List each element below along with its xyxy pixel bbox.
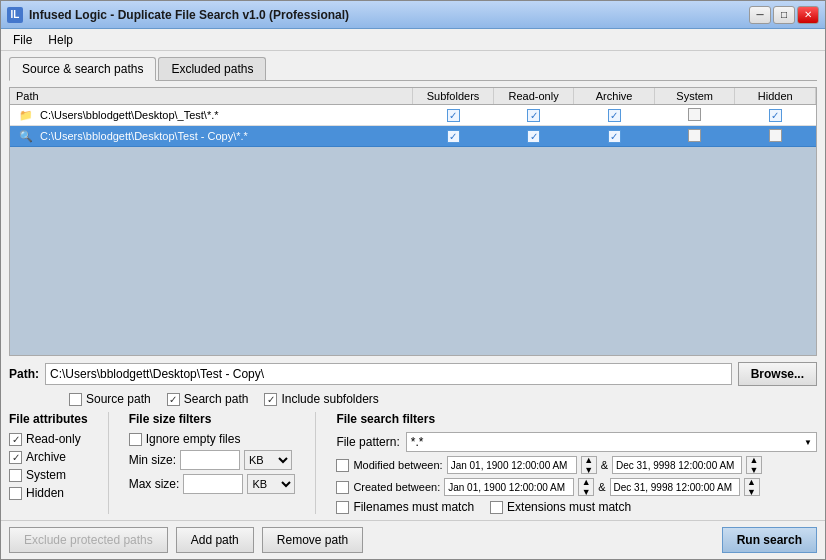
run-search-button[interactable]: Run search xyxy=(722,527,817,553)
bottom-right-buttons: Run search xyxy=(722,527,817,553)
path-options-row: Source path Search path Include subfolde… xyxy=(9,392,817,406)
search-folder-icon: 🔍 xyxy=(16,128,36,144)
file-size-title: File size filters xyxy=(129,412,296,426)
ignore-empty-checkbox[interactable] xyxy=(129,433,142,446)
system-cell xyxy=(654,126,735,147)
readonly-check-1[interactable] xyxy=(527,130,540,143)
readonly-attr-option[interactable]: Read-only xyxy=(9,432,88,446)
main-content: Source & search paths Excluded paths Pat… xyxy=(1,51,825,520)
system-check-0[interactable] xyxy=(688,108,701,121)
created-from-spin[interactable]: ▲▼ xyxy=(578,478,594,496)
col-header-archive: Archive xyxy=(574,88,655,105)
minimize-button[interactable]: ─ xyxy=(749,6,771,24)
search-path-option[interactable]: Search path xyxy=(167,392,249,406)
subfolders-check-1[interactable] xyxy=(447,130,460,143)
exclude-protected-button[interactable]: Exclude protected paths xyxy=(9,527,168,553)
file-pattern-row: File pattern: *.* ▼ xyxy=(336,432,817,452)
col-header-system: System xyxy=(654,88,735,105)
menu-file[interactable]: File xyxy=(5,31,40,49)
hidden-check-1[interactable] xyxy=(769,129,782,142)
empty-area xyxy=(10,147,816,356)
created-to-input[interactable] xyxy=(610,478,740,496)
modified-to-spin[interactable]: ▲▼ xyxy=(746,456,762,474)
divider-1 xyxy=(108,412,109,514)
readonly-cell xyxy=(493,126,574,147)
path-cell: 📁 C:\Users\bblodgett\Desktop\_Test\*.* xyxy=(10,105,413,126)
include-subfolders-option[interactable]: Include subfolders xyxy=(264,392,378,406)
archive-check-0[interactable] xyxy=(608,109,621,122)
filters-row: File attributes Read-only Archive System… xyxy=(9,412,817,514)
include-subfolders-checkbox[interactable] xyxy=(264,393,277,406)
source-path-option[interactable]: Source path xyxy=(69,392,151,406)
created-between-row: Created between: ▲▼ & ▲▼ xyxy=(336,478,817,496)
tab-excluded-paths[interactable]: Excluded paths xyxy=(158,57,266,80)
browse-button[interactable]: Browse... xyxy=(738,362,817,386)
path-input[interactable] xyxy=(45,363,732,385)
file-pattern-dropdown[interactable]: *.* ▼ xyxy=(406,432,817,452)
window-title: Infused Logic - Duplicate File Search v1… xyxy=(29,8,749,22)
file-search-filters-group: File search filters File pattern: *.* ▼ … xyxy=(336,412,817,514)
file-attributes-title: File attributes xyxy=(9,412,88,426)
add-path-button[interactable]: Add path xyxy=(176,527,254,553)
modified-between-row: Modified between: ▲▼ & ▲▼ xyxy=(336,456,817,474)
maximize-button[interactable]: □ xyxy=(773,6,795,24)
readonly-attr-checkbox[interactable] xyxy=(9,433,22,446)
menu-help[interactable]: Help xyxy=(40,31,81,49)
readonly-check-0[interactable] xyxy=(527,109,540,122)
paths-table: Path Subfolders Read-only Archive System… xyxy=(10,88,816,147)
table-row[interactable]: 🔍 C:\Users\bblodgett\Desktop\Test - Copy… xyxy=(10,126,816,147)
filenames-match-option[interactable]: Filenames must match xyxy=(336,500,474,514)
file-size-filters-group: File size filters Ignore empty files Min… xyxy=(129,412,296,494)
modified-to-input[interactable] xyxy=(612,456,742,474)
search-path-checkbox[interactable] xyxy=(167,393,180,406)
divider-2 xyxy=(315,412,316,514)
source-path-checkbox[interactable] xyxy=(69,393,82,406)
remove-path-button[interactable]: Remove path xyxy=(262,527,363,553)
title-bar: IL Infused Logic - Duplicate File Search… xyxy=(1,1,825,29)
readonly-cell xyxy=(493,105,574,126)
modified-between-checkbox[interactable] xyxy=(336,459,349,472)
close-button[interactable]: ✕ xyxy=(797,6,819,24)
window-controls: ─ □ ✕ xyxy=(749,6,819,24)
filenames-match-checkbox[interactable] xyxy=(336,501,349,514)
extensions-match-option[interactable]: Extensions must match xyxy=(490,500,631,514)
subfolders-check-0[interactable] xyxy=(447,109,460,122)
hidden-attr-checkbox[interactable] xyxy=(9,487,22,500)
created-to-spin[interactable]: ▲▼ xyxy=(744,478,760,496)
subfolders-cell xyxy=(413,105,494,126)
system-attr-checkbox[interactable] xyxy=(9,469,22,482)
system-check-1[interactable] xyxy=(688,129,701,142)
tab-source-search-paths[interactable]: Source & search paths xyxy=(9,57,156,81)
modified-from-spin[interactable]: ▲▼ xyxy=(581,456,597,474)
archive-check-1[interactable] xyxy=(608,130,621,143)
tab-bar: Source & search paths Excluded paths xyxy=(9,57,817,81)
min-size-unit-select[interactable]: KBMBGB xyxy=(244,450,292,470)
col-header-path: Path xyxy=(10,88,413,105)
table-row[interactable]: 📁 C:\Users\bblodgett\Desktop\_Test\*.* xyxy=(10,105,816,126)
max-size-input[interactable] xyxy=(183,474,243,494)
hidden-check-0[interactable] xyxy=(769,109,782,122)
created-between-checkbox[interactable] xyxy=(336,481,349,494)
hidden-cell xyxy=(735,105,816,126)
paths-table-container: Path Subfolders Read-only Archive System… xyxy=(9,87,817,356)
archive-attr-checkbox[interactable] xyxy=(9,451,22,464)
hidden-attr-option[interactable]: Hidden xyxy=(9,486,88,500)
file-search-title: File search filters xyxy=(336,412,817,426)
max-size-unit-select[interactable]: KBMBGB xyxy=(247,474,295,494)
min-size-row: Min size: KBMBGB xyxy=(129,450,296,470)
match-options-row: Filenames must match Extensions must mat… xyxy=(336,500,817,514)
app-icon: IL xyxy=(7,7,23,23)
modified-from-input[interactable] xyxy=(447,456,577,474)
path-label: Path: xyxy=(9,367,39,381)
min-size-input[interactable] xyxy=(180,450,240,470)
bottom-bar: Exclude protected paths Add path Remove … xyxy=(1,520,825,559)
hidden-cell xyxy=(735,126,816,147)
ignore-empty-option[interactable]: Ignore empty files xyxy=(129,432,296,446)
col-header-subfolders: Subfolders xyxy=(413,88,494,105)
archive-attr-option[interactable]: Archive xyxy=(9,450,88,464)
created-from-input[interactable] xyxy=(444,478,574,496)
path-input-row: Path: Browse... xyxy=(9,362,817,386)
system-attr-option[interactable]: System xyxy=(9,468,88,482)
extensions-match-checkbox[interactable] xyxy=(490,501,503,514)
file-attributes-group: File attributes Read-only Archive System… xyxy=(9,412,88,500)
